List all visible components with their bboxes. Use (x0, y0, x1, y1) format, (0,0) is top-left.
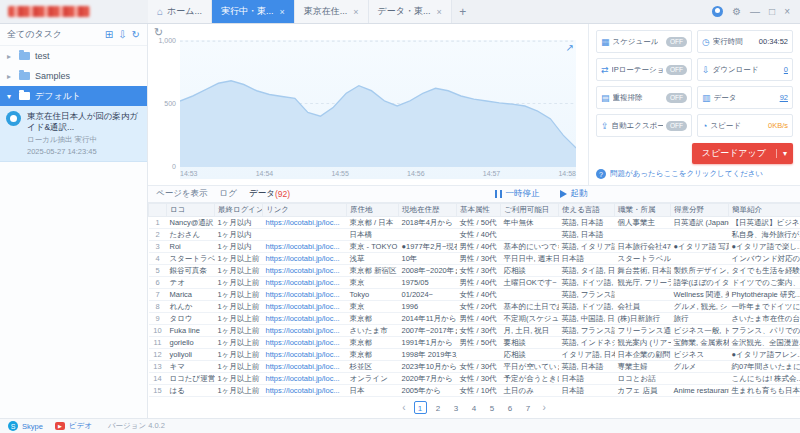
column-header[interactable]: 最終ログイン (215, 204, 263, 217)
table-cell: 東京 (347, 301, 399, 313)
sidebar: 全てのタスク ⊞ ⇩ ↻ ▸ test ▸ Samples (0, 24, 148, 418)
stat-box[interactable]: ⇪ 自動エクスポート OFF (596, 114, 692, 137)
video-icon[interactable]: ▶ (55, 422, 65, 430)
stat-box[interactable]: ⇩ ダウンロード 0 (697, 58, 793, 81)
table-row[interactable]: 8れんか1ヶ月以上前https://locotabi.jp/loc...東京19… (149, 301, 800, 313)
off-toggle[interactable]: OFF (666, 93, 687, 103)
stat-label: 自動エクスポート (612, 121, 663, 131)
video-link[interactable]: ビデオ (69, 421, 92, 431)
new-task-icon[interactable]: ⊞ (105, 29, 113, 40)
page-button[interactable]: 7 (522, 401, 535, 414)
table-cell: https://locotabi.jp/loc... (263, 337, 347, 349)
off-toggle[interactable]: OFF (666, 121, 687, 131)
pause-button[interactable]: 一時停止 (495, 188, 540, 200)
table-row[interactable]: 13キマ1ヶ月以上前https://locotabi.jp/loc...杉並区2… (149, 361, 800, 373)
page-button[interactable]: 5 (486, 401, 499, 414)
table-row[interactable]: 10Fuka line1ヶ月以上前https://locotabi.jp/loc… (149, 325, 800, 337)
x-axis-tick: 14:55 (331, 170, 349, 177)
version-label: バージョン 4.0.2 (108, 421, 165, 431)
view-tab[interactable]: ログ (220, 188, 237, 200)
table-cell: 浅草 (347, 253, 399, 265)
app-tab[interactable]: 実行中・東... × (212, 0, 295, 23)
task-card[interactable]: 東京在住日本人が回の案内ガイド&通訳... ローカル抽出 実行中 2025-05… (0, 106, 147, 162)
table-cell: 金沢観光、全国漫遊... (729, 337, 800, 349)
page-button[interactable]: 6 (504, 401, 517, 414)
table-cell: 1ヶ月以上前 (215, 265, 263, 277)
minimize-icon[interactable]: — (750, 6, 760, 17)
stat-box[interactable]: ▥ データ 92 (697, 86, 793, 109)
column-header[interactable]: ロコ (167, 204, 215, 217)
stats-grid: ▦ スケジュール OFF ◷ 実行時間 00:34:52 ⇄ (596, 30, 793, 137)
table-row[interactable]: 2たおさん1ヶ月以内日本橋女性 / 40代英語, 日本語私自身、海外旅行が... (149, 229, 800, 241)
table-row[interactable]: 12yoliyoli1ヶ月以上前https://locotabi.jp/loc.… (149, 349, 800, 361)
refresh-tasks-icon[interactable]: ↻ (132, 29, 140, 40)
app-tab[interactable]: ⌂ ホーム... (148, 0, 212, 23)
maximize-icon[interactable]: □ (769, 6, 775, 17)
sidebar-folder[interactable]: ▾ デフォルト (0, 86, 147, 106)
expand-icon[interactable]: ▸ (7, 72, 14, 81)
sidebar-folder[interactable]: ▸ Samples (0, 66, 147, 86)
table-cell: goriello (167, 337, 215, 349)
table-row[interactable]: 3Roi1ヶ月以内https://locotabi.jp/loc...東京 - … (149, 241, 800, 253)
app-tab[interactable]: データ・東... × (369, 0, 452, 23)
table-row[interactable]: 11goriello1ヶ月以上前https://locotabi.jp/loc.… (149, 337, 800, 349)
column-header[interactable]: ご利用可能日 (501, 204, 559, 217)
page-button[interactable]: 2 (432, 401, 445, 414)
app-tab[interactable]: 東京在住... × (295, 0, 369, 23)
table-row[interactable]: 15はる1ヶ月以上前https://locotabi.jp/loc...日本20… (149, 385, 800, 397)
pause-icon (495, 190, 502, 198)
column-header[interactable]: 得意分野 (671, 204, 729, 217)
stat-box[interactable]: ◷ 実行時間 00:34:52 (697, 30, 793, 53)
off-toggle[interactable]: OFF (666, 37, 687, 47)
import-task-icon[interactable]: ⇩ (118, 29, 126, 40)
skype-link[interactable]: Skype (22, 422, 43, 431)
table-row[interactable]: 14ロコたび運営1ヶ月以上前https://locotabi.jp/loc...… (149, 373, 800, 385)
view-tab[interactable]: ページを表示 (156, 188, 208, 200)
page-button[interactable]: 3 (450, 401, 463, 414)
close-tab-icon[interactable]: × (436, 7, 441, 17)
table-cell: 宝飾業, 金属素材... (671, 337, 729, 349)
stat-box[interactable]: ⇄ IPローテーション OFF (596, 58, 692, 81)
settings-gear-icon[interactable]: ⚙ (732, 6, 741, 17)
main-area: ↻ ↗ 1,0005000 14:5314:5414:5514:5614:571… (148, 24, 800, 418)
stat-box[interactable]: ▤ 重複排除 OFF (596, 86, 692, 109)
column-header[interactable]: リンク (263, 204, 347, 217)
table-row[interactable]: 5銀谷可真奈1ヶ月以上前https://locotabi.jp/loc...東京… (149, 265, 800, 277)
view-tab[interactable]: データ (92) (249, 188, 290, 200)
table-row[interactable]: 9タロウ1ヶ月以上前https://locotabi.jp/loc...東京都2… (149, 313, 800, 325)
close-tab-icon[interactable]: × (353, 7, 358, 17)
column-header[interactable]: 簡単紹介 (729, 204, 800, 217)
column-header[interactable]: 原住地 (347, 204, 399, 217)
run-button[interactable]: 起動 (560, 188, 588, 200)
sidebar-folder[interactable]: ▸ test (0, 46, 147, 66)
skype-icon[interactable]: S (8, 421, 18, 431)
task-tree: ▸ test ▸ Samples ▾ デフォルト (0, 46, 147, 106)
table-row[interactable]: 6テオ1ヶ月以上前https://locotabi.jp/loc...東京197… (149, 277, 800, 289)
page-button[interactable]: 4 (468, 401, 481, 414)
table-row[interactable]: 4スタートラベル1ヶ月以上前https://locotabi.jp/loc...… (149, 253, 800, 265)
off-toggle[interactable]: OFF (666, 65, 687, 75)
column-header[interactable]: 使える言語 (559, 204, 615, 217)
chevron-down-icon[interactable]: ▾ (776, 149, 793, 158)
expand-chart-icon[interactable]: ↗ (566, 42, 574, 53)
column-header[interactable]: 基本属性 (457, 204, 501, 217)
page-button[interactable]: 1 (414, 401, 427, 414)
column-header[interactable]: 職業・所属 (615, 204, 671, 217)
close-tab-icon[interactable]: × (280, 7, 285, 17)
column-header[interactable]: 現地在住歴 (399, 204, 457, 217)
stat-box[interactable]: ◔ スピード 0KB/s (697, 114, 793, 137)
home-icon: ⌂ (157, 6, 163, 17)
new-tab-button[interactable]: + (452, 0, 474, 23)
speed-boost-button[interactable]: スピードアップ ▾ (692, 143, 793, 164)
stat-box[interactable]: ▦ スケジュール OFF (596, 30, 692, 53)
table-row[interactable]: 1Nancy@通訳1ヶ月以内https://locotabi.jp/loc...… (149, 217, 800, 229)
table-cell (501, 289, 559, 301)
expand-icon[interactable]: ▸ (7, 52, 14, 61)
expand-icon[interactable]: ▾ (7, 92, 14, 101)
profile-icon[interactable] (712, 6, 723, 17)
prev-page-icon[interactable]: ‹ (399, 402, 408, 413)
table-row[interactable]: 7Marica1ヶ月以上前https://locotabi.jp/loc...T… (149, 289, 800, 301)
close-icon[interactable]: × (784, 6, 790, 17)
next-page-icon[interactable]: › (540, 402, 549, 413)
help-link[interactable]: ? 問題があったらここをクリックしてください (596, 169, 793, 179)
